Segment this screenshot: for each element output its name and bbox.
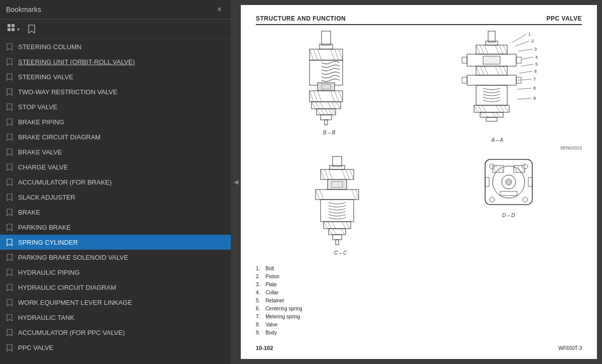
page-content: STRUCTURE AND FUNCTION PPC VALVE (241, 5, 597, 359)
svg-line-99 (342, 169, 346, 179)
svg-text:4: 4 (535, 55, 538, 60)
grid-view-button[interactable]: ▾ (5, 23, 22, 36)
svg-text:7: 7 (533, 77, 536, 82)
bookmark-item-icon (6, 268, 13, 276)
diagram-dd: D – D (481, 155, 536, 218)
svg-line-115 (346, 222, 350, 229)
page-header: STRUCTURE AND FUNCTION PPC VALVE (256, 15, 582, 25)
bookmark-item-11[interactable]: SLACK ADJUSTER (0, 190, 231, 205)
svg-line-108 (356, 190, 359, 200)
bookmark-item-16[interactable]: HYDRAULIC PIPING (0, 265, 231, 280)
bookmark-item-icon (6, 238, 13, 246)
svg-rect-1 (12, 24, 15, 27)
bookmark-item-7[interactable]: BRAKE CIRCUIT DIAGRAM (0, 129, 231, 144)
bookmark-item-4[interactable]: TWO-WAY RESTRICTION VALVE (0, 84, 231, 99)
bookmark-item-15[interactable]: PARKING BRAKE SOLENOID VALVE (0, 250, 231, 265)
part-item: 7. Metering spring (256, 313, 582, 321)
bookmark-item-2[interactable]: STEERING UNIT (ORBIT-ROLL VALVE) (0, 54, 231, 69)
svg-line-45 (499, 45, 503, 54)
bookmark-item-13[interactable]: PARKING BRAKE (0, 220, 231, 235)
bookmark-item-icon (6, 343, 13, 351)
svg-line-119 (341, 229, 345, 235)
bookmark-item-label: HYDRAULIC TANK (18, 314, 74, 321)
bookmark-item-label: BRAKE CIRCUIT DIAGRAM (18, 133, 100, 141)
part-item: 8. Valve (256, 321, 582, 329)
svg-rect-62 (474, 105, 509, 112)
document-panel: ◀ STRUCTURE AND FUNCTION PPC VALVE (231, 0, 602, 364)
bookmark-item-label: PARKING BRAKE (18, 224, 71, 231)
bookmark-item-14[interactable]: SPRING CYLINDER (0, 235, 231, 250)
bookmark-item-10[interactable]: ACCUMULATOR (FOR BRAKE) (0, 174, 231, 190)
bookmark-item-18[interactable]: WORK EQUIPMENT LEVER LINKAGE (0, 295, 231, 310)
svg-rect-38 (488, 31, 495, 42)
bookmark-icon-button[interactable] (26, 24, 38, 35)
svg-rect-116 (329, 229, 346, 235)
bookmark-item-label: SPRING CYLINDER (18, 239, 78, 246)
bookmark-item-icon (6, 223, 13, 231)
diagram-aa: 1 2 3 4 5 6 7 8 (447, 30, 547, 143)
svg-rect-2 (8, 28, 11, 31)
page-footer: 10-102 WF650T-3 (256, 345, 582, 351)
svg-point-131 (506, 179, 512, 185)
svg-line-27 (328, 102, 332, 109)
svg-line-73 (496, 112, 500, 117)
bookmark-item-3[interactable]: STEERING VALVE (0, 69, 231, 84)
close-button[interactable]: × (214, 4, 225, 15)
svg-rect-0 (8, 24, 11, 27)
part-item: 6. Centering spring (256, 305, 582, 313)
svg-line-25 (316, 102, 320, 109)
svg-point-134 (490, 197, 495, 202)
bookmark-item-21[interactable]: PPC VALVE (0, 340, 231, 355)
bookmark-item-5[interactable]: STOP VALVE (0, 99, 231, 114)
bookmark-item-6[interactable]: BRAKE PIPING (0, 114, 231, 129)
bookmarks-list: STEERING COLUMN STEERING UNIT (ORBIT-ROL… (0, 39, 231, 364)
svg-line-100 (346, 169, 350, 179)
svg-line-53 (480, 66, 484, 75)
bookmark-item-label: SLACK ADJUSTER (18, 194, 75, 201)
bookmark-item-icon (6, 253, 13, 261)
svg-line-79 (518, 49, 532, 51)
svg-line-107 (352, 190, 356, 200)
svg-line-11 (335, 49, 339, 60)
bookmark-item-20[interactable]: ACCUMULATOR (FOR PPC VALVE) (0, 325, 231, 340)
svg-rect-120 (333, 235, 342, 240)
svg-point-133 (523, 164, 528, 169)
top-diagram-row: B – B (256, 30, 582, 143)
svg-line-81 (521, 57, 533, 59)
svg-text:9: 9 (533, 96, 536, 101)
svg-line-22 (339, 91, 343, 102)
section-title: STRUCTURE AND FUNCTION (256, 15, 346, 22)
bookmark-item-icon (6, 73, 13, 81)
bookmark-item-12[interactable]: BRAKE (0, 205, 231, 220)
collapse-handle[interactable]: ◀ (231, 0, 241, 364)
part-number: 1. (256, 265, 260, 273)
bookmark-item-8[interactable]: BRAKE VALVE (0, 144, 231, 159)
svg-line-28 (332, 102, 336, 109)
svg-rect-95 (321, 169, 354, 179)
svg-line-41 (476, 45, 480, 54)
svg-rect-137 (528, 177, 532, 187)
bookmark-item-1[interactable]: STEERING COLUMN (0, 39, 231, 54)
svg-rect-30 (317, 109, 336, 115)
bookmark-item-19[interactable]: HYDRAULIC TANK (0, 310, 231, 325)
bookmark-item-9[interactable]: CHARGE VALVE (0, 159, 231, 174)
parts-list: 1. Bolt2. Piston3. Plate4. Collar5. Reta… (256, 265, 582, 337)
svg-line-91 (517, 98, 531, 99)
chevron-down-icon: ▾ (17, 27, 20, 32)
svg-line-83 (521, 64, 533, 66)
svg-line-33 (325, 109, 329, 115)
svg-rect-121 (336, 240, 339, 245)
svg-line-52 (476, 66, 480, 75)
bookmark-item-label: STEERING COLUMN (18, 43, 81, 51)
part-item: 5. Retainer (256, 297, 582, 305)
svg-line-124 (493, 165, 496, 172)
bookmark-item-17[interactable]: HYDRAULIC CIRCUIT DIAGRAM (0, 280, 231, 295)
svg-line-87 (517, 79, 531, 80)
diagram-bb: B – B (290, 30, 368, 135)
svg-line-118 (333, 229, 337, 235)
svg-point-132 (490, 164, 495, 169)
svg-line-18 (314, 91, 318, 102)
svg-line-17 (310, 91, 314, 102)
bookmark-item-icon (6, 193, 13, 201)
svg-rect-14 (318, 83, 335, 91)
